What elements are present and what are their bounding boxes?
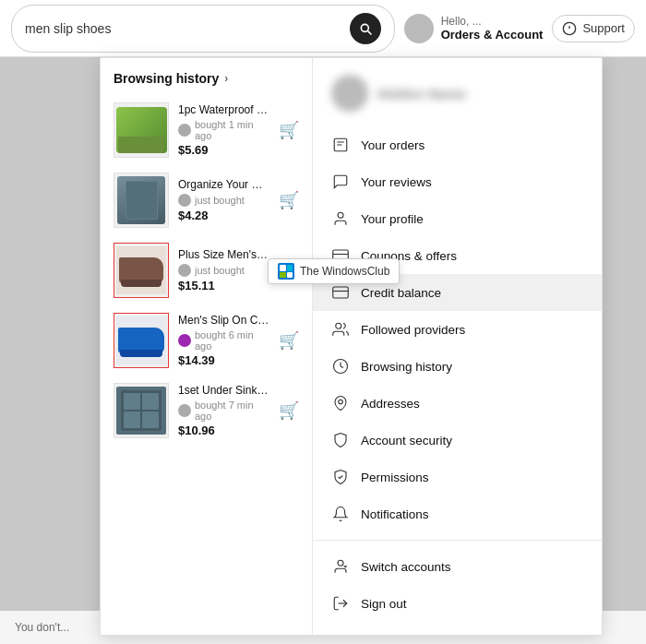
menu-item-orders[interactable]: Your orders (313, 126, 602, 163)
user-avatar (331, 75, 368, 112)
notifications-icon (331, 505, 350, 523)
add-to-cart-button[interactable]: 🛒 (279, 190, 299, 210)
search-input[interactable] (25, 21, 344, 36)
svg-rect-4 (333, 287, 349, 298)
history-item-title: Organize Your Closet... (178, 178, 269, 191)
add-to-cart-button[interactable]: 🛒 (279, 330, 299, 351)
dropdown-panel: Browsing history › 1pc Waterproof Larg..… (100, 57, 603, 636)
menu-label-notifications: Notifications (361, 507, 429, 521)
menu-divider (313, 540, 602, 541)
bottom-text: You don't... (15, 621, 69, 634)
addresses-icon (331, 394, 350, 412)
history-item-image (114, 313, 169, 368)
history-item-title: 1set Under Sink Org... (178, 384, 269, 397)
buyer-avatar (178, 264, 191, 277)
history-price: $14.39 (178, 353, 269, 367)
browsing-history-header[interactable]: Browsing history › (101, 71, 312, 95)
windows-icon (278, 263, 294, 280)
history-item-image (114, 102, 169, 158)
menu-label-switch: Switch accounts (361, 560, 451, 574)
browsing-history-panel: Browsing history › 1pc Waterproof Larg..… (101, 58, 313, 635)
profile-icon (331, 209, 350, 228)
history-price: $10.96 (178, 423, 269, 437)
menu-label-signout: Sign out (361, 597, 407, 611)
header: Hello, ... Orders & Account Support (0, 0, 646, 57)
browsing-history-title: Browsing history (114, 71, 219, 86)
user-header: Hidden Name (313, 71, 602, 126)
bought-text: just bought (195, 265, 245, 276)
menu-item-signout[interactable]: Sign out (313, 585, 602, 622)
search-bar[interactable] (11, 5, 395, 53)
history-item[interactable]: 1set Under Sink Org... bought 7 min ago … (101, 376, 312, 446)
add-to-cart-button[interactable]: 🛒 (279, 120, 299, 140)
bought-text: bought 7 min ago (195, 400, 269, 422)
svg-point-5 (336, 323, 341, 328)
providers-icon (331, 320, 350, 339)
menu-label-permissions: Permissions (361, 471, 429, 484)
bought-text: bought 6 min ago (195, 329, 269, 352)
bought-text: bought 1 min ago (195, 119, 269, 141)
account-section[interactable]: Hello, ... Orders & Account (404, 14, 544, 43)
history-item-title: Plus Size Men's Tren... (178, 248, 269, 261)
buyer-avatar (178, 404, 191, 417)
history-item[interactable]: 1pc Waterproof Larg... bought 1 min ago … (101, 95, 312, 165)
svg-point-2 (338, 212, 343, 218)
history-item-image (114, 383, 169, 438)
history-item[interactable]: Men's Slip On Comfo... bought 6 min ago … (101, 305, 312, 376)
permissions-icon (331, 468, 350, 486)
menu-item-profile[interactable]: Your profile (313, 200, 602, 237)
menu-label-addresses: Addresses (361, 397, 420, 411)
menu-label-security: Account security (361, 434, 452, 447)
history-price: $15.11 (178, 279, 269, 292)
security-icon (331, 431, 350, 449)
search-icon (358, 21, 373, 36)
menu-item-security[interactable]: Account security (313, 422, 602, 459)
history-price: $5.69 (178, 143, 269, 157)
menu-label-providers: Followed providers (361, 323, 465, 337)
windows-popup-text: The WindowsClub (300, 265, 389, 278)
support-button[interactable]: Support (552, 15, 635, 42)
browsing-history-chevron: › (224, 72, 228, 85)
history-item-image (114, 243, 169, 298)
windows-club-popup: The WindowsClub (268, 258, 400, 284)
orders-account-label: Orders & Account (441, 28, 544, 42)
credit-icon (331, 283, 350, 302)
buyer-avatar (178, 194, 191, 207)
account-menu-panel: Hidden Name Your orders Your reviews You… (313, 58, 602, 635)
history-item-title: Men's Slip On Comfo... (178, 314, 269, 327)
menu-label-reviews: Your reviews (361, 175, 432, 189)
support-icon (562, 21, 577, 36)
menu-label-credit: Credit balance (361, 286, 441, 300)
hello-text: Hello, ... (441, 15, 544, 28)
history-price: $4.28 (178, 209, 269, 222)
history-item-title: 1pc Waterproof Larg... (178, 103, 269, 116)
menu-item-addresses[interactable]: Addresses (313, 385, 602, 422)
menu-item-browsing[interactable]: Browsing history (313, 348, 602, 385)
history-item-image (114, 173, 169, 228)
bought-text: just bought (195, 195, 245, 206)
orders-icon (331, 136, 350, 154)
browsing-icon (331, 357, 350, 376)
menu-item-switch[interactable]: Switch accounts (313, 548, 602, 585)
menu-item-providers[interactable]: Followed providers (313, 311, 602, 348)
menu-label-orders: Your orders (361, 138, 425, 152)
signout-icon (331, 594, 350, 613)
buyer-avatar (178, 334, 191, 347)
reviews-icon (331, 173, 350, 191)
menu-item-permissions[interactable]: Permissions (313, 459, 602, 495)
user-name: Hidden Name (377, 86, 466, 101)
menu-label-profile: Your profile (361, 212, 424, 226)
search-button[interactable] (350, 13, 381, 44)
svg-point-7 (339, 400, 343, 404)
svg-point-8 (338, 560, 343, 566)
menu-label-browsing: Browsing history (361, 360, 452, 374)
support-label: Support (582, 21, 625, 35)
avatar (404, 14, 434, 43)
history-item[interactable]: Organize Your Closet... just bought $4.2… (101, 165, 312, 235)
buyer-avatar (178, 124, 191, 137)
menu-item-notifications[interactable]: Notifications (313, 495, 602, 532)
switch-icon (331, 557, 350, 576)
menu-item-reviews[interactable]: Your reviews (313, 163, 602, 200)
add-to-cart-button[interactable]: 🛒 (279, 400, 299, 421)
